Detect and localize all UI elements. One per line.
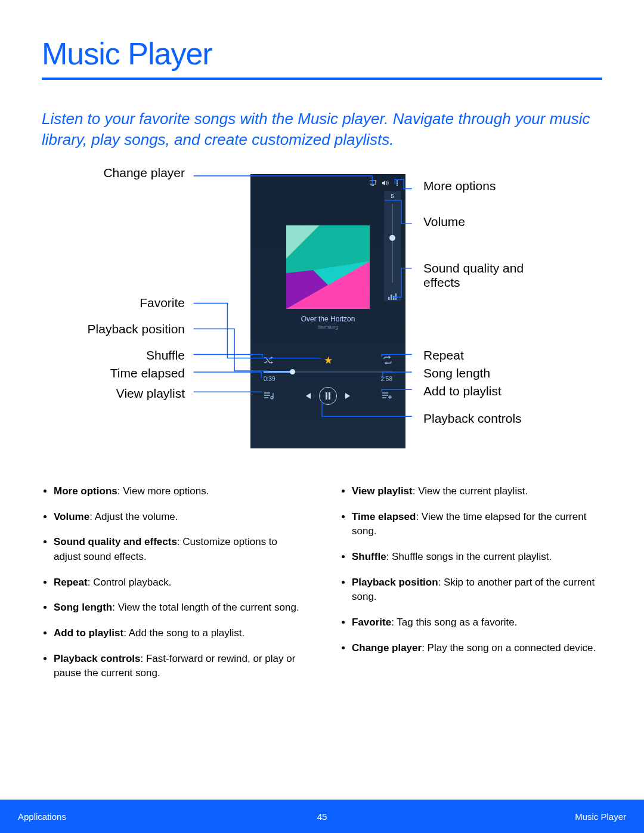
label-time-elapsed: Time elapsed bbox=[110, 366, 185, 380]
seek-bar[interactable] bbox=[264, 371, 392, 373]
page-footer: Applications 45 Music Player bbox=[0, 800, 644, 833]
svg-rect-6 bbox=[391, 295, 392, 300]
playback-controls bbox=[301, 387, 355, 405]
svg-point-3 bbox=[397, 182, 398, 184]
speaker-icon[interactable] bbox=[382, 178, 389, 184]
svg-rect-17 bbox=[329, 392, 330, 400]
bullet-item: Playback position: Skip to another part … bbox=[352, 575, 602, 605]
label-song-length: Song length bbox=[423, 366, 490, 380]
time-length: 2:58 bbox=[381, 376, 392, 382]
footer-page: 45 bbox=[0, 812, 644, 822]
playlist-icon[interactable] bbox=[264, 391, 274, 401]
label-volume: Volume bbox=[423, 215, 465, 229]
bullet-item: Shuffle: Shuffle songs in the current pl… bbox=[352, 550, 602, 565]
bullet-item: Time elapsed: View the time elapsed for … bbox=[352, 510, 602, 539]
page-title: Music Player bbox=[42, 36, 602, 72]
diagram-area: Change player Favorite Playback position… bbox=[42, 168, 602, 460]
add-to-playlist-icon[interactable] bbox=[382, 391, 392, 401]
previous-icon[interactable] bbox=[301, 392, 312, 400]
volume-slider-thumb[interactable] bbox=[389, 235, 395, 241]
bullets-left: More options: View more options.Volume: … bbox=[42, 484, 304, 692]
label-playback-position: Playback position bbox=[88, 322, 185, 336]
more-options-icon[interactable] bbox=[394, 178, 401, 184]
label-shuffle: Shuffle bbox=[146, 348, 185, 363]
bullet-item: Favorite: Tag this song as a favorite. bbox=[352, 615, 602, 630]
bullet-item: Add to playlist: Add the song to a playl… bbox=[54, 626, 304, 641]
play-pause-button[interactable] bbox=[319, 387, 337, 405]
label-favorite: Favorite bbox=[140, 296, 185, 310]
label-more-options: More options bbox=[423, 179, 496, 193]
bullets-right: View playlist: View the current playlist… bbox=[340, 484, 602, 692]
song-artist: Samsung bbox=[250, 324, 405, 330]
title-rule bbox=[42, 78, 602, 80]
svg-point-2 bbox=[397, 180, 398, 181]
bullet-item: Sound quality and effects: Customize opt… bbox=[54, 535, 304, 564]
svg-rect-8 bbox=[395, 293, 397, 300]
volume-panel[interactable]: 5 bbox=[384, 191, 401, 301]
bullet-item: View playlist: View the current playlist… bbox=[352, 484, 602, 499]
bullet-item: Change player: Play the song on a connec… bbox=[352, 641, 602, 656]
change-player-icon[interactable] bbox=[370, 178, 377, 184]
shuffle-icon[interactable] bbox=[264, 356, 273, 364]
svg-rect-0 bbox=[370, 180, 376, 184]
volume-level: 5 bbox=[384, 191, 401, 199]
label-sound-quality: Sound quality and effects bbox=[423, 261, 531, 290]
next-icon[interactable] bbox=[344, 392, 355, 400]
label-change-player: Change player bbox=[103, 166, 185, 180]
svg-point-4 bbox=[397, 184, 398, 185]
seek-thumb[interactable] bbox=[290, 369, 295, 374]
label-playback-controls: Playback controls bbox=[423, 411, 522, 426]
label-repeat: Repeat bbox=[423, 348, 464, 363]
svg-rect-7 bbox=[393, 296, 395, 300]
svg-rect-5 bbox=[388, 297, 390, 300]
svg-rect-1 bbox=[371, 185, 374, 186]
equalizer-icon[interactable] bbox=[388, 292, 397, 299]
album-art bbox=[286, 225, 370, 309]
bullet-item: Playback controls: Fast-forward or rewin… bbox=[54, 652, 304, 681]
bullet-item: Repeat: Control playback. bbox=[54, 575, 304, 590]
time-elapsed: 0:39 bbox=[264, 376, 275, 382]
repeat-icon[interactable] bbox=[383, 356, 392, 364]
bullet-item: Volume: Adjust the volume. bbox=[54, 510, 304, 525]
bullet-item: Song length: View the total length of th… bbox=[54, 600, 304, 615]
intro-text: Listen to your favorite songs with the M… bbox=[42, 109, 602, 150]
phone-screenshot: 5 Over the Horizon Samsung bbox=[250, 174, 405, 448]
label-add-to-playlist: Add to playlist bbox=[423, 384, 501, 398]
svg-rect-16 bbox=[326, 392, 327, 400]
bullet-item: More options: View more options. bbox=[54, 484, 304, 499]
song-title: Over the Horizon bbox=[250, 315, 405, 323]
description-columns: More options: View more options.Volume: … bbox=[42, 484, 602, 692]
label-view-playlist: View playlist bbox=[116, 386, 185, 401]
favorite-icon[interactable]: ★ bbox=[324, 354, 333, 367]
